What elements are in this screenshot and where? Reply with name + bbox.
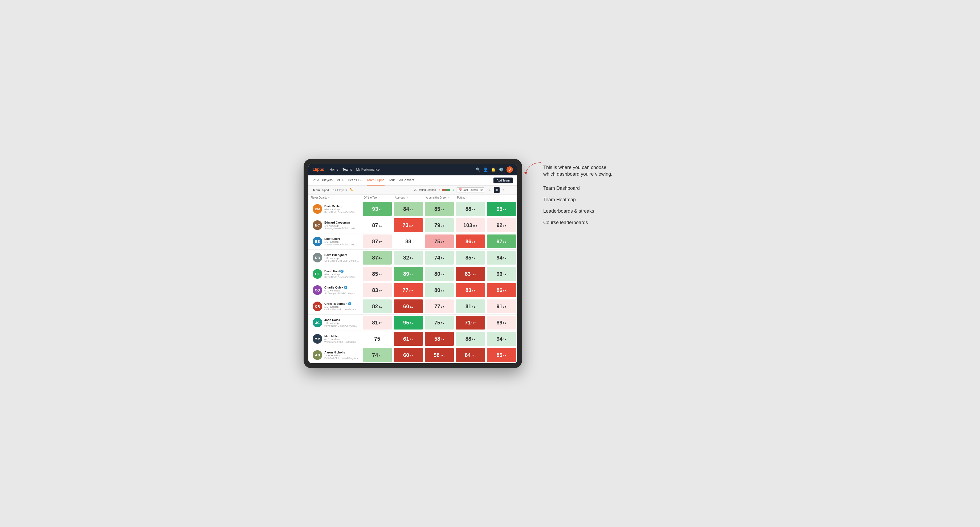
bell-icon[interactable]: 🔔 <box>491 167 496 171</box>
score-cell: 7714▼ <box>393 282 424 298</box>
edit-icon[interactable]: ✏️ <box>350 188 353 192</box>
verified-badge: ✓ <box>340 270 344 273</box>
avatar: AN <box>313 350 322 360</box>
team-name: Team Clippd <box>313 189 329 192</box>
score-value: 88 <box>405 239 411 244</box>
nav-link-teams[interactable]: Teams <box>342 167 352 173</box>
list-view-icon[interactable]: ≡ <box>500 187 506 193</box>
player-name[interactable]: Edward Crossman <box>325 221 359 224</box>
player-name[interactable]: Matt Miller <box>325 335 359 338</box>
score-cell: 613▼ <box>393 331 424 347</box>
score-inner: 958▲ <box>402 320 415 325</box>
subnav-hcaps[interactable]: Hcaps 1-5 <box>348 175 363 186</box>
score-change: 4▲ <box>472 306 476 308</box>
score-value: 87 <box>372 239 378 244</box>
score-cell: 913▼ <box>486 298 517 314</box>
table-row[interactable]: ECEdward Crossman1-5 HandicapSunningdale… <box>309 217 517 233</box>
heatmap-view-icon[interactable]: ▦ <box>494 187 500 193</box>
score-change: 15▲ <box>473 225 478 227</box>
player-name[interactable]: Aaron Nicholls <box>325 351 359 354</box>
player-club: Woburn Golf Club, United Kingdom <box>325 341 359 343</box>
score-value: 94 <box>497 255 503 260</box>
table-row[interactable]: MMMatt Miller6-10 HandicapWoburn Golf Cl… <box>309 331 517 347</box>
score-value: 91 <box>497 304 503 309</box>
table-row[interactable]: BMBlair McHargPlus HandicapRoyal North D… <box>309 201 517 217</box>
score-change: 8▲ <box>410 322 413 324</box>
table-row[interactable]: DBDave Billingham1-5 HandicapGog Magog G… <box>309 250 517 266</box>
score-inner: 5810▲ <box>432 352 447 358</box>
score-inner: 88 <box>404 239 413 244</box>
player-info: EEElliot Ebert1-5 HandicapSunningdale Go… <box>309 233 362 249</box>
score-change: 3▼ <box>472 257 476 259</box>
score-cell: 963▲ <box>486 266 517 282</box>
score-box: 881▼ <box>456 202 485 216</box>
score-change: 3▼ <box>410 338 413 341</box>
score-box: 873▼ <box>363 235 392 248</box>
subnav-pgat[interactable]: PGAT Players <box>313 175 332 186</box>
player-name[interactable]: Elliot Ebert <box>325 237 359 240</box>
score-box: 613▼ <box>394 332 423 346</box>
table-row[interactable]: JCJosh Coles1-5 HandicapRoyal North Devo… <box>309 314 517 331</box>
score-cell: 7111▼ <box>455 314 486 330</box>
score-value: 60 <box>403 304 409 309</box>
score-change: 9▲ <box>441 225 444 227</box>
score-inner: 897▲ <box>402 271 415 276</box>
score-box: 823▲ <box>363 300 392 313</box>
user-icon[interactable]: 👤 <box>483 167 488 171</box>
score-change: 6▲ <box>410 208 413 211</box>
player-details: Aaron Nicholls11-15 HandicapDrift Golf C… <box>325 351 359 360</box>
table-row[interactable]: CRChris Robertson✓1-5 HandicapCraigmilla… <box>309 298 517 314</box>
score-box: 892▼ <box>487 316 516 330</box>
subnav-tour[interactable]: Tour <box>389 175 395 186</box>
score-inner: 892▼ <box>495 320 508 325</box>
score-box: 943▲ <box>487 332 516 346</box>
settings-icon[interactable]: ⚙️ <box>499 167 503 171</box>
score-change: 1▼ <box>472 208 476 211</box>
player-name[interactable]: Josh Coles <box>325 318 359 322</box>
nav-link-myperformance[interactable]: My Performance <box>356 167 379 173</box>
table-row[interactable]: CQCharlie Quick✓6-10 HandicapSt. George'… <box>309 282 517 298</box>
player-handicap: Plus Handicap <box>325 273 359 276</box>
score-box: 871▲ <box>363 218 392 232</box>
last-rounds-button[interactable]: 📅 Last Rounds: 20 <box>456 187 485 192</box>
score-inner: 824▲ <box>402 255 415 260</box>
table-row[interactable]: EEElliot Ebert1-5 HandicapSunningdale Go… <box>309 233 517 250</box>
score-box: 923▼ <box>487 218 516 232</box>
score-change: 8▼ <box>503 290 507 292</box>
player-name[interactable]: David Ford✓ <box>325 270 359 273</box>
player-name[interactable]: Dave Billingham <box>325 253 359 257</box>
player-name[interactable]: Chris Robertson✓ <box>325 302 359 305</box>
player-name[interactable]: Blair McHarg <box>325 205 359 208</box>
score-box: 814▲ <box>456 300 485 313</box>
score-box: 846▲ <box>394 202 423 216</box>
add-team-button[interactable]: Add Team <box>493 178 513 183</box>
score-inner: 773▼ <box>433 304 446 309</box>
score-box: 868▼ <box>487 283 516 297</box>
score-value: 85 <box>497 352 503 358</box>
subnav-allplayers[interactable]: All Players <box>399 175 414 186</box>
table-row[interactable]: ANAaron Nicholls11-15 HandicapDrift Golf… <box>309 347 517 363</box>
score-box: 7311▼ <box>394 218 423 232</box>
score-box: 75 <box>363 332 392 346</box>
view-icons: ⊞ ▦ ≡ ↕ <box>487 187 513 193</box>
score-change: 4▲ <box>410 257 413 259</box>
avatar[interactable]: U <box>506 167 513 173</box>
subnav-teamclippd[interactable]: Team Clippd <box>367 175 385 186</box>
more-view-icon[interactable]: ↕ <box>507 187 513 193</box>
round-change-bars: -5 +5 <box>438 189 454 191</box>
player-name[interactable]: Charlie Quick✓ <box>325 286 359 289</box>
score-box: 897▲ <box>394 267 423 281</box>
search-icon[interactable]: 🔍 <box>476 167 480 171</box>
score-cell: 753▼ <box>424 233 455 249</box>
score-change: 2▲ <box>441 322 444 324</box>
table-row[interactable]: DFDavid Ford✓Plus HandicapRoyal North De… <box>309 266 517 282</box>
svg-marker-0 <box>524 172 527 175</box>
nav-link-home[interactable]: Home <box>330 167 338 173</box>
score-inner: 814▲ <box>464 304 477 309</box>
player-club: Royal North Devon Golf Club, United King… <box>325 276 359 278</box>
annotation-item-1: Team Heatmap <box>543 197 676 203</box>
sub-nav: PGAT Players PGA Hcaps 1-5 Team Clippd T… <box>309 175 517 186</box>
subnav-pga[interactable]: PGA <box>337 175 344 186</box>
grid-view-icon[interactable]: ⊞ <box>487 187 493 193</box>
top-nav: clippd Home Teams My Performance 🔍 👤 🔔 ⚙… <box>309 163 517 175</box>
